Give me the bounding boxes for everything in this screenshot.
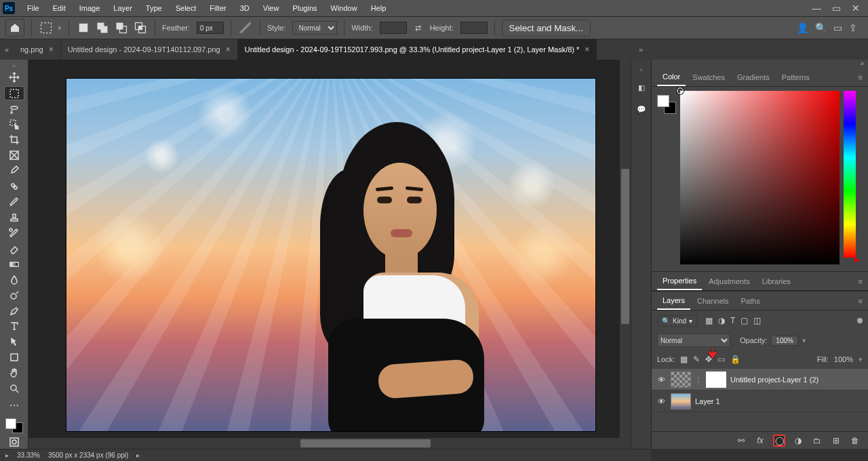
lock-transparent-icon[interactable]: ▦ [680, 355, 688, 364]
new-layer-icon[interactable]: ⊞ [830, 436, 842, 445]
dodge-tool[interactable] [4, 288, 24, 302]
panel-collapse-icon[interactable]: » [652, 60, 868, 68]
menu-layer[interactable]: Layer [106, 1, 139, 15]
vertical-scrollbar[interactable] [620, 60, 631, 449]
marquee-preset-icon[interactable] [39, 20, 54, 35]
tab-swatches[interactable]: Swatches [687, 69, 730, 85]
comments-panel-icon[interactable]: 💬 [634, 102, 649, 117]
maximize-icon[interactable]: ▭ [832, 3, 841, 14]
minimize-icon[interactable]: — [812, 3, 821, 14]
filter-toggle[interactable] [857, 318, 863, 323]
menu-type[interactable]: Type [139, 1, 169, 15]
history-brush-tool[interactable] [4, 226, 24, 240]
visibility-icon[interactable]: 👁 [656, 376, 667, 384]
menu-view[interactable]: View [256, 1, 286, 15]
lock-pixels-icon[interactable]: ✎ [693, 355, 700, 364]
opacity-value[interactable]: 100% [771, 336, 798, 346]
status-menu-icon[interactable]: ▸ [136, 452, 140, 459]
layer-item[interactable]: 👁 ⋮ Untitled project-Layer 1 (2) [652, 369, 868, 390]
panel-menu-icon[interactable]: ≡ [859, 73, 863, 81]
feather-input[interactable] [197, 22, 224, 34]
menu-window[interactable]: Window [324, 1, 364, 15]
share-icon[interactable]: ⇪ [849, 22, 857, 33]
panel-menu-icon[interactable]: ≡ [859, 297, 863, 305]
layer-kind-dropdown[interactable]: 🔍 Kind ▾ [657, 315, 697, 327]
healing-tool[interactable] [4, 180, 24, 194]
strip-expand-icon[interactable]: » [639, 66, 643, 73]
intersect-selection-icon[interactable] [133, 20, 148, 35]
chevron-down-icon[interactable]: ▾ [859, 355, 863, 364]
path-select-tool[interactable] [4, 335, 24, 349]
subtract-selection-icon[interactable] [114, 20, 129, 35]
document-canvas[interactable] [66, 79, 595, 431]
eraser-tool[interactable] [4, 241, 24, 256]
tab-gradients[interactable]: Gradients [732, 69, 775, 85]
filter-smart-icon[interactable]: ◫ [753, 316, 761, 325]
layer-thumbnail[interactable] [671, 393, 691, 409]
tab-close-icon[interactable]: × [226, 45, 231, 54]
menu-file[interactable]: File [20, 1, 46, 15]
tab-patterns[interactable]: Patterns [776, 69, 815, 85]
style-select[interactable]: Normal [292, 21, 337, 35]
workspace-icon[interactable]: ▭ [833, 22, 842, 33]
layer-thumbnail[interactable] [671, 372, 691, 388]
menu-plugins[interactable]: Plugins [285, 1, 323, 15]
tab-adjustments[interactable]: Adjustments [703, 273, 755, 289]
chevron-down-icon[interactable]: ▾ [58, 24, 62, 33]
tab-color[interactable]: Color [657, 68, 686, 86]
cloud-user-icon[interactable]: 👤 [797, 22, 808, 33]
tab-channels[interactable]: Channels [692, 293, 734, 309]
menu-edit[interactable]: Edit [46, 1, 73, 15]
antialias-icon[interactable] [238, 20, 253, 35]
tab-layers[interactable]: Layers [657, 292, 690, 310]
layer-item[interactable]: 👁 Layer 1 [652, 390, 868, 412]
layer-name[interactable]: Untitled project-Layer 1 (2) [730, 376, 818, 384]
add-selection-icon[interactable] [95, 20, 110, 35]
pen-tool[interactable] [4, 304, 24, 318]
tab-scroll-right-icon[interactable]: » [633, 45, 648, 54]
zoom-level[interactable]: 33.33% [17, 452, 40, 459]
hand-tool[interactable] [4, 366, 24, 380]
marquee-tool[interactable] [4, 86, 24, 100]
crop-tool[interactable] [4, 133, 24, 147]
document-tab-active[interactable]: Untitled design - 2024-09-19T152017.993.… [238, 39, 597, 60]
layer-fx-icon[interactable]: fx [754, 436, 766, 445]
mask-thumbnail[interactable] [706, 372, 726, 388]
home-button[interactable] [5, 19, 24, 37]
quickmask-icon[interactable] [4, 435, 24, 449]
tab-libraries[interactable]: Libraries [757, 273, 796, 289]
lock-all-icon[interactable]: 🔒 [730, 355, 741, 364]
frame-tool[interactable] [4, 148, 24, 163]
tab-close-icon[interactable]: × [49, 45, 54, 54]
menu-help[interactable]: Help [364, 1, 393, 15]
fill-value[interactable]: 100% [834, 355, 853, 363]
tab-properties[interactable]: Properties [657, 273, 702, 290]
group-icon[interactable]: 🗀 [811, 436, 823, 445]
toolbox-expand-icon[interactable]: » [12, 62, 16, 69]
delete-layer-icon[interactable]: 🗑 [849, 436, 861, 445]
document-tab-2[interactable]: Untitled design - 2024-09-19T140112.097.… [61, 39, 238, 60]
color-fgbg-swatch[interactable] [657, 95, 676, 114]
tab-scroll-left-icon[interactable]: « [0, 45, 14, 54]
foreground-background-swatch[interactable] [5, 418, 23, 434]
brush-tool[interactable] [4, 195, 24, 209]
stamp-tool[interactable] [4, 211, 24, 225]
type-tool[interactable] [4, 319, 24, 334]
gradient-tool[interactable] [4, 257, 24, 271]
horizontal-scrollbar[interactable] [28, 438, 620, 449]
blur-tool[interactable] [4, 273, 24, 287]
shape-tool[interactable] [4, 350, 24, 365]
foreground-color[interactable] [5, 418, 16, 429]
add-mask-icon[interactable]: ◯ [773, 435, 785, 447]
tab-close-icon[interactable]: × [585, 45, 589, 54]
object-select-tool[interactable] [4, 117, 24, 132]
edit-toolbar-icon[interactable]: ⋯ [4, 399, 24, 413]
select-and-mask-button[interactable]: Select and Mask... [502, 20, 591, 37]
filter-adjust-icon[interactable]: ◑ [718, 316, 725, 325]
lock-artboard-icon[interactable]: ▭ [717, 355, 725, 364]
adjustment-layer-icon[interactable]: ◑ [792, 436, 804, 445]
eyedropper-tool[interactable] [4, 164, 24, 178]
filter-type-icon[interactable]: T [730, 316, 735, 325]
zoom-tool[interactable] [4, 382, 24, 396]
color-field[interactable] [680, 91, 840, 264]
